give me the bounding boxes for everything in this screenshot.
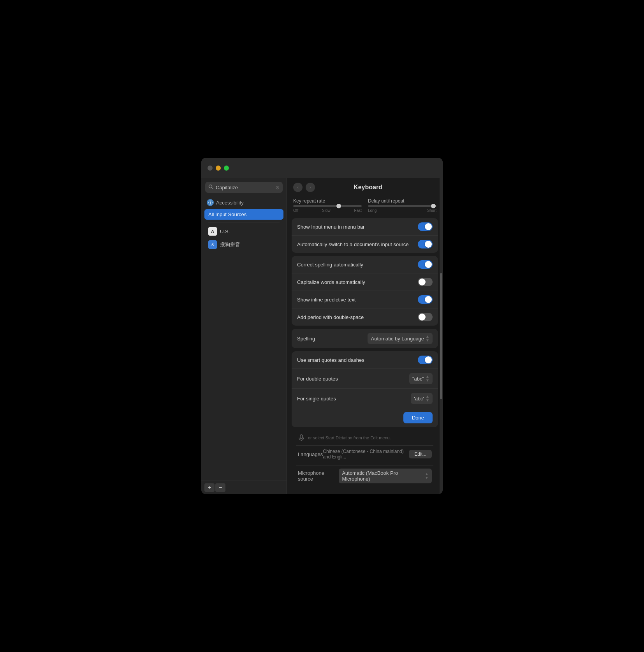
single-quotes-row: For single quotes 'abc' ▲ ▼ (292, 388, 438, 408)
spelling-row: Spelling Automatic by Language ▲ ▼ (292, 329, 438, 348)
content-area: Capitalize ⊗ ⓘ Accessibility All Input S… (201, 178, 443, 494)
input-menu-card: Show Input menu in menu bar Automaticall… (292, 218, 438, 253)
delay-repeat-thumb[interactable] (431, 204, 436, 208)
dictation-hint: or select Start Dictation from the Edit … (296, 433, 433, 443)
spelling-select[interactable]: Automatic by Language ▲ ▼ (368, 333, 433, 344)
smart-quotes-row: Use smart quotes and dashes (292, 351, 438, 368)
capitalize-words-label: Capitalize words automatically (297, 279, 365, 285)
key-repeat-fast-label: Fast (354, 208, 362, 213)
sidebar-accessibility-section: ⓘ Accessibility All Input Sources A U.S.… (201, 196, 287, 254)
svg-line-1 (212, 188, 213, 189)
search-clear-icon[interactable]: ⊗ (275, 185, 280, 190)
toggle-knob (425, 223, 432, 230)
capitalize-words-toggle[interactable] (418, 278, 433, 286)
microphone-row: Microphone source Automatic (MacBook Pro… (296, 465, 433, 486)
back-button[interactable]: ‹ (293, 183, 303, 192)
edit-button[interactable]: Edit... (409, 450, 432, 458)
period-double-space-toggle[interactable] (418, 313, 433, 321)
period-double-space-label: Add period with double-space (297, 314, 364, 320)
spelling-chevrons: ▲ ▼ (426, 335, 429, 342)
titlebar (201, 158, 443, 178)
smart-quotes-label: Use smart quotes and dashes (297, 357, 364, 363)
spelling-value: Automatic by Language (371, 336, 424, 342)
traffic-lights (208, 166, 229, 171)
smart-quotes-toggle[interactable] (418, 356, 433, 364)
toggle-knob (425, 356, 432, 363)
microphone-icon (298, 434, 305, 441)
toggle-knob (419, 278, 426, 285)
languages-row: Languages Chinese (Cantonese - China mai… (296, 445, 433, 463)
main-window: Capitalize ⊗ ⓘ Accessibility All Input S… (201, 158, 443, 494)
inline-predictive-toggle[interactable] (418, 295, 433, 304)
languages-label: Languages (298, 451, 323, 457)
key-repeat-range-labels: Off Slow Fast (293, 208, 362, 213)
delay-repeat-long-label: Long (368, 208, 377, 213)
double-quotes-row: For double quotes "abc" ▲ ▼ (292, 368, 438, 388)
single-quotes-select[interactable]: 'abc' ▲ ▼ (411, 393, 433, 404)
key-repeat-slider[interactable] (293, 205, 362, 207)
main-content: Key repeat rate Off Slow Fast Delay (287, 195, 443, 494)
delay-repeat-slider[interactable] (368, 205, 436, 207)
main-header: ‹ › Keyboard (287, 178, 443, 195)
delay-repeat-slider-group: Delay until repeat Long Short (368, 198, 436, 213)
forward-button[interactable]: › (306, 183, 315, 192)
close-button[interactable] (208, 166, 213, 171)
toggle-knob (425, 261, 432, 268)
sidebar-heading-accessibility: ⓘ Accessibility (204, 197, 283, 209)
toggle-knob (419, 314, 426, 321)
forward-icon: › (310, 185, 311, 190)
double-quotes-select[interactable]: "abc" ▲ ▼ (409, 373, 433, 384)
auto-switch-input-toggle[interactable] (418, 240, 433, 248)
show-input-menu-toggle[interactable] (418, 222, 433, 231)
remove-input-source-button[interactable]: − (215, 483, 225, 492)
double-quotes-chevrons: ▲ ▼ (426, 375, 429, 382)
accessibility-icon: ⓘ (207, 199, 214, 206)
toggle-knob (425, 241, 432, 248)
key-repeat-thumb[interactable] (336, 204, 341, 208)
search-icon (208, 184, 213, 191)
inline-predictive-row: Show inline predictive text (292, 291, 438, 308)
search-bar[interactable]: Capitalize ⊗ (205, 182, 283, 193)
single-quotes-value: 'abc' (414, 396, 424, 402)
svg-rect-2 (300, 435, 303, 439)
maximize-button[interactable] (224, 166, 229, 171)
us-icon: A (208, 227, 217, 236)
delay-repeat-short-label: Short (427, 208, 436, 213)
scrollbar[interactable] (440, 178, 443, 494)
add-input-source-button[interactable]: + (204, 483, 215, 492)
delay-repeat-range-labels: Long Short (368, 208, 436, 213)
sogou-icon: S (208, 240, 217, 249)
back-icon: ‹ (297, 185, 299, 190)
key-repeat-label: Key repeat rate (293, 198, 362, 204)
key-repeat-off-label: Off (293, 208, 298, 213)
microphone-label: Microphone source (298, 470, 339, 482)
smart-quotes-card: Use smart quotes and dashes For double q… (292, 351, 438, 427)
all-input-sources-item[interactable]: All Input Sources (204, 209, 283, 220)
correct-spelling-label: Correct spelling automatically (297, 262, 363, 268)
sidebar: Capitalize ⊗ ⓘ Accessibility All Input S… (201, 178, 287, 494)
auto-switch-input-label: Automatically switch to a document's inp… (297, 241, 408, 247)
dictation-hint-text: or select Start Dictation from the Edit … (308, 435, 391, 440)
main-panel: ‹ › Keyboard Key repeat rate (287, 178, 443, 494)
toggle-knob (425, 296, 432, 303)
minimize-button[interactable] (216, 166, 221, 171)
done-button[interactable]: Done (403, 412, 433, 423)
auto-switch-input-row: Automatically switch to a document's inp… (292, 235, 438, 253)
double-quotes-value: "abc" (412, 376, 424, 382)
input-source-us[interactable]: A U.S. (204, 225, 283, 238)
sogou-label: 搜狗拼音 (220, 241, 240, 248)
spelling-label: Spelling (297, 336, 315, 342)
correct-spelling-toggle[interactable] (418, 260, 433, 269)
search-input[interactable]: Capitalize (216, 185, 273, 190)
show-input-menu-label: Show Input menu in menu bar (297, 224, 364, 230)
key-repeat-slider-group: Key repeat rate Off Slow Fast (293, 198, 362, 213)
input-source-sogou[interactable]: S 搜狗拼音 (204, 238, 283, 251)
spelling-toggles-card: Correct spelling automatically Capitaliz… (292, 256, 438, 326)
bottom-section: or select Start Dictation from the Edit … (292, 430, 438, 490)
delay-repeat-label: Delay until repeat (368, 198, 436, 204)
microphone-select[interactable]: Automatic (MacBook Pro Microphone) ▲ ▼ (339, 469, 432, 483)
capitalize-words-row: Capitalize words automatically (292, 273, 438, 291)
single-quotes-chevrons: ▲ ▼ (426, 395, 429, 402)
accessibility-label: Accessibility (216, 200, 244, 206)
scrollbar-thumb[interactable] (440, 273, 442, 400)
